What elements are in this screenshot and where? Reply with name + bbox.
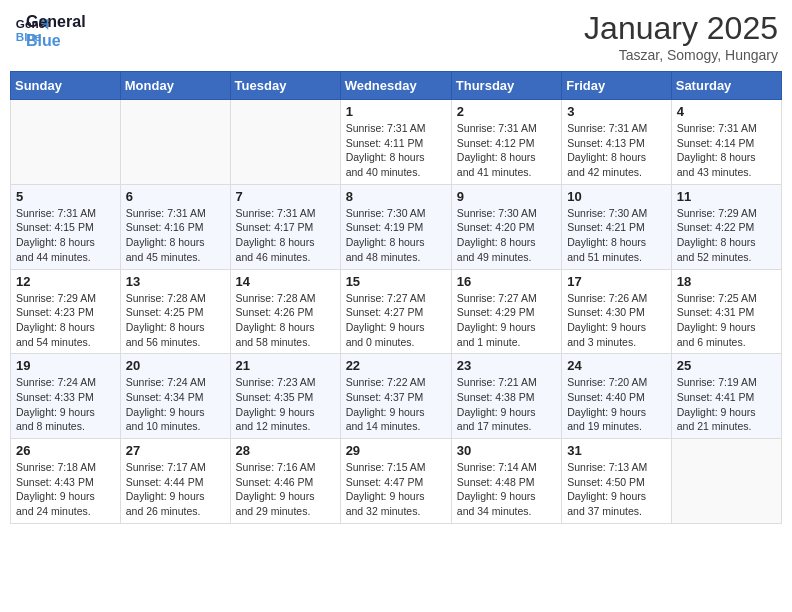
- calendar-header-row: SundayMondayTuesdayWednesdayThursdayFrid…: [11, 72, 782, 100]
- day-number: 22: [346, 358, 446, 373]
- calendar-cell: 18Sunrise: 7:25 AM Sunset: 4:31 PM Dayli…: [671, 269, 781, 354]
- calendar-week-2: 5Sunrise: 7:31 AM Sunset: 4:15 PM Daylig…: [11, 184, 782, 269]
- day-info: Sunrise: 7:24 AM Sunset: 4:34 PM Dayligh…: [126, 375, 225, 434]
- calendar-cell: 8Sunrise: 7:30 AM Sunset: 4:19 PM Daylig…: [340, 184, 451, 269]
- day-number: 2: [457, 104, 556, 119]
- title-block: January 2025 Taszar, Somogy, Hungary: [584, 10, 778, 63]
- calendar-cell: 13Sunrise: 7:28 AM Sunset: 4:25 PM Dayli…: [120, 269, 230, 354]
- day-number: 29: [346, 443, 446, 458]
- day-info: Sunrise: 7:30 AM Sunset: 4:20 PM Dayligh…: [457, 206, 556, 265]
- day-number: 3: [567, 104, 666, 119]
- day-info: Sunrise: 7:30 AM Sunset: 4:21 PM Dayligh…: [567, 206, 666, 265]
- logo: General Blue General Blue: [14, 10, 86, 50]
- day-info: Sunrise: 7:27 AM Sunset: 4:29 PM Dayligh…: [457, 291, 556, 350]
- day-info: Sunrise: 7:28 AM Sunset: 4:26 PM Dayligh…: [236, 291, 335, 350]
- day-info: Sunrise: 7:18 AM Sunset: 4:43 PM Dayligh…: [16, 460, 115, 519]
- weekday-header-sunday: Sunday: [11, 72, 121, 100]
- calendar-cell: 26Sunrise: 7:18 AM Sunset: 4:43 PM Dayli…: [11, 439, 121, 524]
- day-info: Sunrise: 7:24 AM Sunset: 4:33 PM Dayligh…: [16, 375, 115, 434]
- day-number: 12: [16, 274, 115, 289]
- calendar-week-3: 12Sunrise: 7:29 AM Sunset: 4:23 PM Dayli…: [11, 269, 782, 354]
- day-number: 13: [126, 274, 225, 289]
- day-info: Sunrise: 7:31 AM Sunset: 4:12 PM Dayligh…: [457, 121, 556, 180]
- day-info: Sunrise: 7:25 AM Sunset: 4:31 PM Dayligh…: [677, 291, 776, 350]
- calendar-cell: 17Sunrise: 7:26 AM Sunset: 4:30 PM Dayli…: [562, 269, 672, 354]
- calendar-cell: 6Sunrise: 7:31 AM Sunset: 4:16 PM Daylig…: [120, 184, 230, 269]
- day-info: Sunrise: 7:31 AM Sunset: 4:13 PM Dayligh…: [567, 121, 666, 180]
- day-info: Sunrise: 7:19 AM Sunset: 4:41 PM Dayligh…: [677, 375, 776, 434]
- day-number: 14: [236, 274, 335, 289]
- day-number: 10: [567, 189, 666, 204]
- calendar-cell: 27Sunrise: 7:17 AM Sunset: 4:44 PM Dayli…: [120, 439, 230, 524]
- weekday-header-tuesday: Tuesday: [230, 72, 340, 100]
- weekday-header-monday: Monday: [120, 72, 230, 100]
- day-number: 31: [567, 443, 666, 458]
- calendar-cell: 15Sunrise: 7:27 AM Sunset: 4:27 PM Dayli…: [340, 269, 451, 354]
- weekday-header-thursday: Thursday: [451, 72, 561, 100]
- day-number: 23: [457, 358, 556, 373]
- calendar-cell: 29Sunrise: 7:15 AM Sunset: 4:47 PM Dayli…: [340, 439, 451, 524]
- day-info: Sunrise: 7:13 AM Sunset: 4:50 PM Dayligh…: [567, 460, 666, 519]
- calendar-cell: 12Sunrise: 7:29 AM Sunset: 4:23 PM Dayli…: [11, 269, 121, 354]
- calendar-table: SundayMondayTuesdayWednesdayThursdayFrid…: [10, 71, 782, 524]
- calendar-cell: 20Sunrise: 7:24 AM Sunset: 4:34 PM Dayli…: [120, 354, 230, 439]
- day-info: Sunrise: 7:30 AM Sunset: 4:19 PM Dayligh…: [346, 206, 446, 265]
- day-number: 9: [457, 189, 556, 204]
- calendar-cell: 5Sunrise: 7:31 AM Sunset: 4:15 PM Daylig…: [11, 184, 121, 269]
- day-number: 8: [346, 189, 446, 204]
- day-info: Sunrise: 7:21 AM Sunset: 4:38 PM Dayligh…: [457, 375, 556, 434]
- page-header: General Blue General Blue January 2025 T…: [10, 10, 782, 63]
- calendar-cell: 16Sunrise: 7:27 AM Sunset: 4:29 PM Dayli…: [451, 269, 561, 354]
- calendar-cell: [230, 100, 340, 185]
- day-number: 26: [16, 443, 115, 458]
- day-number: 24: [567, 358, 666, 373]
- day-number: 28: [236, 443, 335, 458]
- calendar-cell: 14Sunrise: 7:28 AM Sunset: 4:26 PM Dayli…: [230, 269, 340, 354]
- calendar-week-1: 1Sunrise: 7:31 AM Sunset: 4:11 PM Daylig…: [11, 100, 782, 185]
- calendar-cell: 22Sunrise: 7:22 AM Sunset: 4:37 PM Dayli…: [340, 354, 451, 439]
- day-info: Sunrise: 7:22 AM Sunset: 4:37 PM Dayligh…: [346, 375, 446, 434]
- day-info: Sunrise: 7:31 AM Sunset: 4:14 PM Dayligh…: [677, 121, 776, 180]
- day-info: Sunrise: 7:26 AM Sunset: 4:30 PM Dayligh…: [567, 291, 666, 350]
- day-info: Sunrise: 7:23 AM Sunset: 4:35 PM Dayligh…: [236, 375, 335, 434]
- month-title: January 2025: [584, 10, 778, 47]
- day-info: Sunrise: 7:20 AM Sunset: 4:40 PM Dayligh…: [567, 375, 666, 434]
- day-number: 15: [346, 274, 446, 289]
- day-info: Sunrise: 7:15 AM Sunset: 4:47 PM Dayligh…: [346, 460, 446, 519]
- day-info: Sunrise: 7:31 AM Sunset: 4:11 PM Dayligh…: [346, 121, 446, 180]
- calendar-cell: 4Sunrise: 7:31 AM Sunset: 4:14 PM Daylig…: [671, 100, 781, 185]
- calendar-cell: [671, 439, 781, 524]
- calendar-cell: 1Sunrise: 7:31 AM Sunset: 4:11 PM Daylig…: [340, 100, 451, 185]
- day-info: Sunrise: 7:28 AM Sunset: 4:25 PM Dayligh…: [126, 291, 225, 350]
- day-info: Sunrise: 7:29 AM Sunset: 4:22 PM Dayligh…: [677, 206, 776, 265]
- calendar-cell: 7Sunrise: 7:31 AM Sunset: 4:17 PM Daylig…: [230, 184, 340, 269]
- calendar-cell: 9Sunrise: 7:30 AM Sunset: 4:20 PM Daylig…: [451, 184, 561, 269]
- day-number: 5: [16, 189, 115, 204]
- calendar-cell: 3Sunrise: 7:31 AM Sunset: 4:13 PM Daylig…: [562, 100, 672, 185]
- day-number: 30: [457, 443, 556, 458]
- day-info: Sunrise: 7:31 AM Sunset: 4:15 PM Dayligh…: [16, 206, 115, 265]
- calendar-week-4: 19Sunrise: 7:24 AM Sunset: 4:33 PM Dayli…: [11, 354, 782, 439]
- day-number: 4: [677, 104, 776, 119]
- calendar-cell: 30Sunrise: 7:14 AM Sunset: 4:48 PM Dayli…: [451, 439, 561, 524]
- day-info: Sunrise: 7:16 AM Sunset: 4:46 PM Dayligh…: [236, 460, 335, 519]
- day-number: 6: [126, 189, 225, 204]
- calendar-cell: 31Sunrise: 7:13 AM Sunset: 4:50 PM Dayli…: [562, 439, 672, 524]
- calendar-cell: 2Sunrise: 7:31 AM Sunset: 4:12 PM Daylig…: [451, 100, 561, 185]
- location: Taszar, Somogy, Hungary: [584, 47, 778, 63]
- day-info: Sunrise: 7:31 AM Sunset: 4:17 PM Dayligh…: [236, 206, 335, 265]
- calendar-week-5: 26Sunrise: 7:18 AM Sunset: 4:43 PM Dayli…: [11, 439, 782, 524]
- weekday-header-friday: Friday: [562, 72, 672, 100]
- calendar-cell: 28Sunrise: 7:16 AM Sunset: 4:46 PM Dayli…: [230, 439, 340, 524]
- logo-blue: Blue: [26, 31, 86, 50]
- day-number: 11: [677, 189, 776, 204]
- day-number: 25: [677, 358, 776, 373]
- day-info: Sunrise: 7:14 AM Sunset: 4:48 PM Dayligh…: [457, 460, 556, 519]
- calendar-cell: 24Sunrise: 7:20 AM Sunset: 4:40 PM Dayli…: [562, 354, 672, 439]
- day-number: 1: [346, 104, 446, 119]
- day-number: 19: [16, 358, 115, 373]
- day-number: 27: [126, 443, 225, 458]
- calendar-cell: 25Sunrise: 7:19 AM Sunset: 4:41 PM Dayli…: [671, 354, 781, 439]
- weekday-header-saturday: Saturday: [671, 72, 781, 100]
- day-number: 18: [677, 274, 776, 289]
